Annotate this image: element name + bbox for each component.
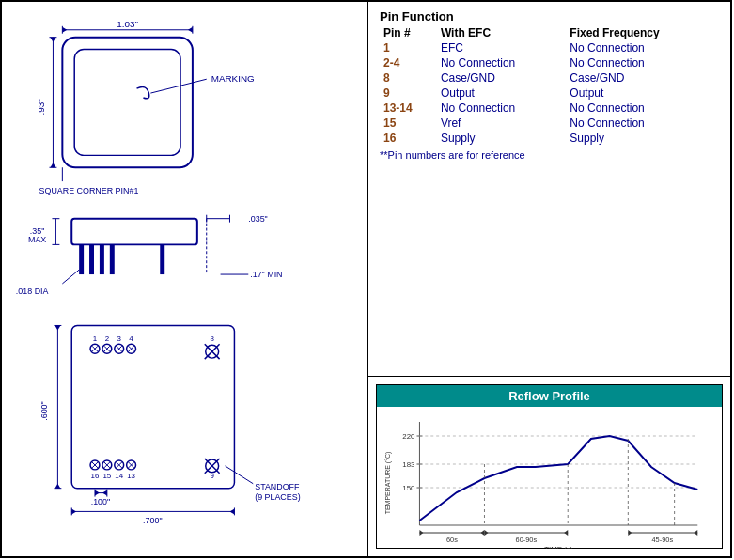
svg-marker-63 (55, 325, 60, 330)
side-dim-17: .17" MIN (250, 270, 282, 279)
y-220: 220 (402, 432, 415, 441)
svg-rect-14 (71, 219, 197, 245)
mechanical-diagram: 1.03" MARKING .93" SQUARE CORNER PIN#1 (9, 9, 357, 549)
reflow-title: Reflow Profile (377, 385, 722, 407)
pin-function-title: Pin Function (380, 9, 719, 23)
svg-marker-68 (95, 490, 100, 496)
table-row: 2-4No ConnectionNo Connection (380, 55, 719, 70)
pin-2-label: 2 (105, 334, 109, 343)
pin-efc: Supply (437, 131, 566, 146)
pin-9-label: 9 (210, 472, 214, 480)
svg-marker-3 (62, 27, 67, 33)
svg-marker-11 (50, 38, 55, 42)
marking-label: MARKING (211, 73, 255, 84)
table-row: 16SupplySupply (380, 131, 719, 146)
pin-spacing-dim: .100" (91, 497, 110, 506)
pin-3-label: 3 (117, 334, 122, 343)
main-container: 1.03" MARKING .93" SQUARE CORNER PIN#1 (0, 0, 732, 558)
svg-marker-4 (188, 27, 193, 33)
left-panel: 1.03" MARKING .93" SQUARE CORNER PIN#1 (2, 2, 368, 556)
pin-fixed: No Connection (566, 40, 719, 55)
pin-15-label: 15 (102, 472, 111, 480)
pin-fixed: No Connection (566, 116, 719, 131)
time-4590s: 45-90s (652, 536, 674, 544)
pin-number: 2-4 (380, 55, 437, 70)
side-dim-label: .93" (36, 99, 46, 116)
table-row: 1EFCNo Connection (380, 40, 719, 55)
svg-marker-74 (229, 508, 234, 514)
standoff-label: STANDOFF (255, 482, 300, 491)
y-150: 150 (402, 484, 415, 492)
svg-marker-92 (484, 530, 488, 536)
pin-note: **Pin numbers are for reference (380, 149, 719, 161)
side-dim-35: .35" (30, 226, 45, 236)
svg-line-75 (226, 466, 254, 484)
x-axis-label: TIME (s) (544, 545, 573, 549)
col-pin: Pin # (380, 25, 437, 40)
pin-4-label: 4 (129, 334, 133, 343)
top-dim-label: 1.03" (117, 19, 138, 29)
right-panel: Pin Function Pin # With EFC Fixed Freque… (368, 2, 730, 556)
svg-marker-95 (628, 530, 632, 536)
svg-marker-93 (564, 530, 568, 536)
svg-marker-12 (50, 163, 55, 167)
col-efc: With EFC (437, 25, 566, 40)
pin-table: Pin # With EFC Fixed Frequency 1EFCNo Co… (380, 25, 719, 146)
pin-14-label: 14 (115, 472, 123, 480)
svg-marker-96 (694, 530, 697, 536)
dia-label: .018 DIA (16, 287, 49, 296)
svg-line-7 (150, 79, 206, 93)
pin-number: 8 (380, 70, 437, 86)
pin-number: 13-14 (380, 101, 437, 116)
pin-efc: No Connection (437, 101, 566, 116)
standoff-places: (9 PLACES) (255, 492, 300, 502)
pin-number: 15 (380, 116, 437, 131)
svg-rect-5 (62, 38, 193, 168)
reflow-svg: TEMPERATURE (°C) 220 183 150 (383, 412, 716, 549)
pin-efc: Output (437, 86, 566, 101)
pin-efc: EFC (437, 40, 566, 55)
svg-rect-17 (100, 244, 104, 274)
svg-rect-18 (110, 244, 115, 274)
svg-rect-6 (74, 50, 180, 156)
svg-marker-89 (419, 530, 423, 536)
pin-number: 16 (380, 131, 437, 146)
svg-marker-73 (71, 508, 76, 514)
pin-efc: No Connection (437, 55, 566, 70)
corner-label: SQUARE CORNER PIN#1 (39, 186, 139, 195)
pin-number: 9 (380, 86, 437, 101)
side-dim-035: .035" (248, 214, 267, 224)
table-row: 15VrefNo Connection (380, 116, 719, 131)
height-dim: .600" (39, 401, 49, 420)
width-dim: .700" (143, 516, 162, 525)
svg-rect-19 (160, 244, 164, 274)
svg-marker-64 (55, 484, 60, 489)
pin-number: 1 (380, 40, 437, 55)
svg-rect-16 (89, 244, 94, 274)
time-6090s: 60-90s (516, 536, 538, 544)
table-row: 9OutputOutput (380, 86, 719, 101)
pin-16-label: 16 (91, 472, 100, 480)
reflow-chart: TEMPERATURE (°C) 220 183 150 (377, 407, 722, 548)
pin-function-section: Pin Function Pin # With EFC Fixed Freque… (368, 2, 730, 377)
table-row: 13-14No ConnectionNo Connection (380, 101, 719, 116)
reflow-section: Reflow Profile TEMPERATURE (°C) 220 183 (376, 384, 723, 549)
pin-13-label: 13 (127, 472, 135, 480)
time-60s: 60s (446, 536, 458, 544)
svg-marker-69 (102, 490, 107, 496)
svg-line-28 (62, 270, 79, 284)
y-183: 183 (402, 460, 415, 469)
svg-rect-15 (79, 244, 84, 274)
pin-efc: Case/GND (437, 70, 566, 86)
pin-fixed: No Connection (566, 101, 719, 116)
pin-efc: Vref (437, 116, 566, 131)
side-dim-max: MAX (28, 235, 46, 244)
pin-fixed: Supply (566, 131, 719, 146)
pin-fixed: No Connection (566, 55, 719, 70)
col-fixed: Fixed Frequency (566, 25, 719, 40)
table-row: 8Case/GNDCase/GND (380, 70, 719, 86)
pin-fixed: Case/GND (566, 70, 719, 86)
pin-8-label: 8 (210, 334, 214, 343)
pin-1-label: 1 (93, 334, 98, 343)
y-axis-label: TEMPERATURE (°C) (384, 452, 392, 515)
